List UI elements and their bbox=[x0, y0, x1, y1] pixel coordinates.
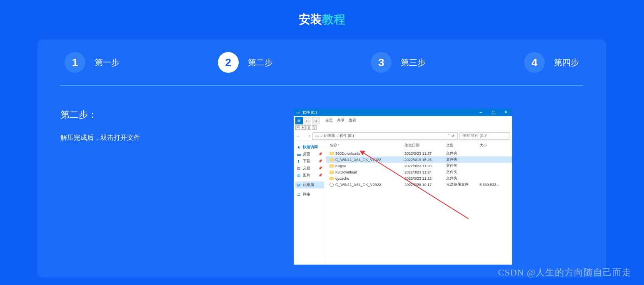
keytip-v: V bbox=[312, 125, 317, 130]
file-row[interactable]: Kugou 2022/3/23 11:28文件夹 bbox=[326, 163, 512, 169]
step-2-label: 第二步 bbox=[248, 57, 273, 68]
explorer-sidebar: ★快速访问 ▬桌面📌 ⬇下载📌 ▤文档📌 ▦图片📌 🖳此电脑 🖧网络 bbox=[294, 141, 326, 265]
step-1-label: 第一步 bbox=[95, 57, 120, 68]
folder-icon bbox=[329, 164, 334, 168]
step-3-label: 第三步 bbox=[401, 57, 426, 68]
explorer-addressbar: ← → ↑ ▭ › 此电脑 › 软件 (E:) ˅ ⟳ 搜索"软件 (E:)" bbox=[294, 131, 512, 141]
explorer-title: 软件 (E:) bbox=[302, 110, 317, 115]
step-tabs: 1 第一步 2 第二步 3 第三步 4 第四步 bbox=[60, 52, 583, 86]
step-3[interactable]: 3 第三步 bbox=[371, 52, 426, 73]
folder-icon bbox=[329, 171, 334, 174]
folder-icon bbox=[329, 177, 334, 180]
step-1-badge: 1 bbox=[65, 52, 85, 73]
minimize-button[interactable]: – bbox=[474, 109, 487, 116]
col-type[interactable]: 类型 bbox=[446, 143, 479, 148]
step-text: 第二步： 解压完成后，双击打开文件 bbox=[60, 109, 294, 265]
col-size[interactable]: 大小 bbox=[479, 143, 509, 148]
title-part2: 教程 bbox=[322, 13, 345, 26]
file-row[interactable]: G_WIN11_X64_OK_V2022 2022/3/26 10:17光盘映像… bbox=[326, 181, 512, 188]
folder-icon bbox=[329, 158, 334, 161]
sidebar-this-pc[interactable]: 🖳此电脑 bbox=[295, 181, 324, 188]
explorer-ribbon: ▤ H S 主页 共享 查看 F H S V bbox=[294, 116, 512, 131]
step-content: 第二步： 解压完成后，双击打开文件 ▭ 软件 (E:) – ▢ ✕ ▤ H S … bbox=[60, 86, 583, 265]
sidebar-network[interactable]: 🖧网络 bbox=[295, 191, 324, 198]
dropdown-icon[interactable]: ˅ bbox=[448, 134, 450, 138]
sidebar-quick-access[interactable]: ★快速访问 bbox=[295, 144, 324, 151]
file-list: 名称 修改日期 类型 大小 360Downloads 2022/3/23 11:… bbox=[326, 141, 512, 265]
iso-icon bbox=[329, 183, 334, 187]
sidebar-desktop[interactable]: ▬桌面📌 bbox=[295, 151, 324, 158]
col-name[interactable]: 名称 bbox=[329, 143, 404, 148]
keytip-f: F bbox=[295, 125, 300, 130]
sidebar-pictures[interactable]: ▦图片📌 bbox=[295, 172, 324, 179]
keytip-s: S bbox=[307, 125, 311, 130]
step-heading: 第二步： bbox=[60, 109, 294, 121]
path-root[interactable]: 此电脑 bbox=[324, 133, 335, 139]
step-4[interactable]: 4 第四步 bbox=[524, 52, 579, 73]
path-current[interactable]: 软件 (E:) bbox=[339, 133, 354, 139]
page-title: 安装教程 bbox=[0, 0, 644, 27]
close-button[interactable]: ✕ bbox=[499, 109, 512, 116]
ribbon-tab-share[interactable]: 共享 bbox=[337, 118, 344, 123]
ribbon-tab-view[interactable]: 查看 bbox=[349, 118, 356, 123]
sidebar-documents[interactable]: ▤文档📌 bbox=[295, 165, 324, 172]
sidebar-downloads[interactable]: ⬇下载📌 bbox=[295, 158, 324, 165]
file-row-selected[interactable]: G_WIN11_X64_OK_V2022 2022/4/19 15:26文件夹 bbox=[326, 156, 512, 163]
maximize-button[interactable]: ▢ bbox=[487, 109, 499, 116]
file-row[interactable]: KwDownload 2022/3/23 11:24文件夹 bbox=[326, 169, 512, 175]
refresh-icon[interactable]: ⟳ bbox=[452, 134, 455, 138]
column-headers[interactable]: 名称 修改日期 类型 大小 bbox=[326, 141, 512, 150]
pc-icon: ▭ bbox=[315, 134, 319, 138]
file-explorer-window: ▭ 软件 (E:) – ▢ ✕ ▤ H S 主页 共享 查看 F H bbox=[294, 109, 512, 265]
col-date[interactable]: 修改日期 bbox=[404, 143, 446, 148]
ribbon-tile-1[interactable]: H bbox=[304, 117, 311, 124]
search-input[interactable]: 搜索"软件 (E:)" bbox=[459, 132, 509, 140]
nav-buttons: ← → ↑ bbox=[296, 134, 311, 138]
ribbon-tile-2[interactable]: S bbox=[312, 117, 320, 124]
step-4-badge: 4 bbox=[524, 52, 545, 73]
drive-icon: ▭ bbox=[296, 110, 300, 114]
explorer-titlebar[interactable]: ▭ 软件 (E:) – ▢ ✕ bbox=[294, 109, 512, 116]
back-button[interactable]: ← bbox=[296, 134, 300, 138]
file-row[interactable]: qycache 2022/3/23 11:22文件夹 bbox=[326, 175, 512, 181]
search-placeholder: 搜索"软件 (E:)" bbox=[462, 133, 487, 139]
ribbon-file-tile[interactable]: ▤ bbox=[295, 117, 303, 124]
step-description: 解压完成后，双击打开文件 bbox=[60, 134, 294, 142]
forward-button[interactable]: → bbox=[302, 134, 306, 138]
tutorial-card: 1 第一步 2 第二步 3 第三步 4 第四步 第二步： 解压完成后，双击打开文… bbox=[37, 40, 606, 278]
step-2-badge: 2 bbox=[218, 52, 239, 73]
step-3-badge: 3 bbox=[371, 52, 392, 73]
ribbon-tab-home[interactable]: 主页 bbox=[325, 118, 333, 123]
explorer-body: ★快速访问 ▬桌面📌 ⬇下载📌 ▤文档📌 ▦图片📌 🖳此电脑 🖧网络 名称 修改… bbox=[294, 141, 512, 265]
step-1[interactable]: 1 第一步 bbox=[65, 52, 120, 73]
watermark: CSDN @人生的方向随自己而走 bbox=[498, 266, 632, 279]
file-row[interactable]: 360Downloads 2022/3/23 11:27文件夹 bbox=[326, 150, 512, 156]
ribbon-tabs: 主页 共享 查看 bbox=[325, 117, 356, 123]
address-path[interactable]: ▭ › 此电脑 › 软件 (E:) ˅ ⟳ bbox=[312, 132, 458, 140]
folder-icon bbox=[329, 152, 334, 155]
step-2[interactable]: 2 第二步 bbox=[218, 52, 273, 73]
step-4-label: 第四步 bbox=[554, 57, 579, 68]
ribbon-keytips: F H S V bbox=[295, 125, 317, 130]
keytip-h: H bbox=[301, 125, 306, 130]
up-button[interactable]: ↑ bbox=[309, 134, 311, 138]
title-part1: 安装 bbox=[299, 13, 322, 26]
